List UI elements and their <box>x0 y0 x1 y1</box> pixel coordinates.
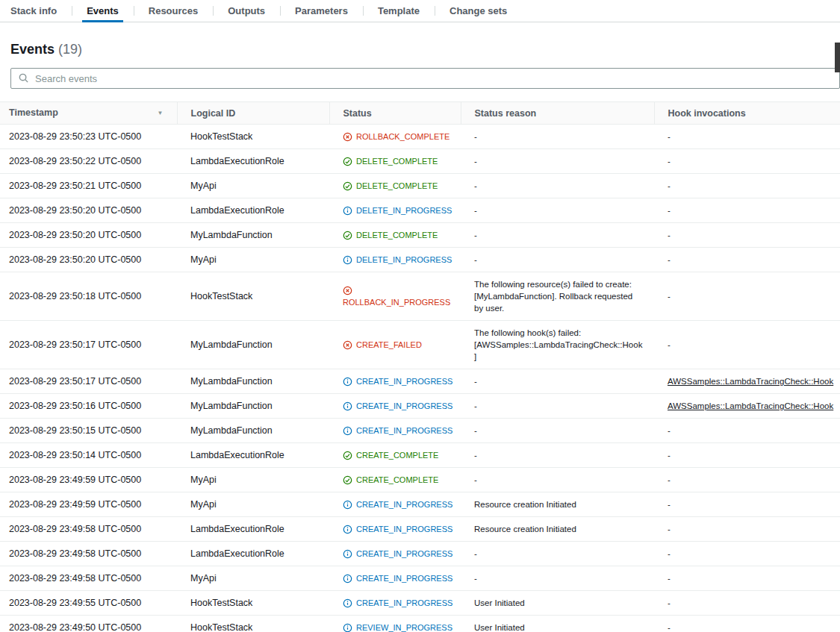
status-cell: CREATE_IN_PROGRESS <box>329 566 461 591</box>
logical-id-cell: MyLambdaFunction <box>177 321 329 369</box>
event-row: 2023-08-29 23:50:21 UTC-0500MyApiDELETE_… <box>0 174 840 198</box>
timestamp-cell: 2023-08-29 23:49:58 UTC-0500 <box>0 566 177 591</box>
status-reason-cell: Resource creation Initiated <box>461 517 654 542</box>
sort-descending-icon: ▼ <box>158 107 164 119</box>
status-reason-cell: Resource creation Initiated <box>461 492 654 517</box>
status-reason-cell: - <box>461 419 654 443</box>
status-label: DELETE_COMPLETE <box>356 157 438 166</box>
search-icon <box>18 72 29 84</box>
hook-invocation-link[interactable]: AWSSamples::LambdaTracingCheck::Hook <box>668 377 833 386</box>
hook-invocations-cell: - <box>654 321 840 369</box>
status-badge: DELETE_IN_PROGRESS <box>343 255 452 264</box>
tab-bar: Stack infoEventsResourcesOutputsParamete… <box>0 0 840 22</box>
status-label: CREATE_IN_PROGRESS <box>356 377 452 386</box>
column-header-timestamp[interactable]: Timestamp▼ <box>0 102 177 125</box>
events-table: Timestamp▼Logical IDStatusStatus reasonH… <box>0 101 840 632</box>
timestamp-cell: 2023-08-29 23:50:15 UTC-0500 <box>0 419 177 443</box>
events-count: (19) <box>58 42 82 57</box>
status-label: DELETE_IN_PROGRESS <box>356 206 452 215</box>
tab-stack-info[interactable]: Stack info <box>0 0 72 22</box>
vertical-scrollbar-thumb[interactable] <box>835 43 840 72</box>
info-circle-icon <box>343 500 352 510</box>
event-row: 2023-08-29 23:50:17 UTC-0500MyLambdaFunc… <box>0 321 840 369</box>
status-badge: CREATE_IN_PROGRESS <box>343 598 452 607</box>
hook-invocations-cell: - <box>654 419 840 443</box>
status-label: DELETE_COMPLETE <box>356 231 438 240</box>
status-reason-cell: - <box>461 223 654 248</box>
info-circle-icon <box>343 525 352 534</box>
logical-id-cell: MyLambdaFunction <box>177 419 329 443</box>
status-badge: CREATE_COMPLETE <box>343 475 438 484</box>
tab-outputs[interactable]: Outputs <box>213 0 280 22</box>
logical-id-cell: HookTestStack <box>177 272 329 321</box>
event-row: 2023-08-29 23:50:15 UTC-0500MyLambdaFunc… <box>0 419 840 443</box>
status-label: REVIEW_IN_PROGRESS <box>356 623 452 632</box>
hook-invocations-cell: AWSSamples::LambdaTracingCheck::Hook <box>654 394 840 419</box>
status-cell: REVIEW_IN_PROGRESS <box>329 616 461 632</box>
column-header-logical-id: Logical ID <box>177 102 329 125</box>
tab-template[interactable]: Template <box>363 0 435 22</box>
status-badge: ROLLBACK_COMPLETE <box>343 132 449 141</box>
tab-change-sets[interactable]: Change sets <box>435 0 522 22</box>
timestamp-cell: 2023-08-29 23:50:21 UTC-0500 <box>0 174 177 198</box>
info-circle-icon <box>343 598 352 608</box>
status-label: CREATE_IN_PROGRESS <box>356 549 452 558</box>
status-badge: CREATE_IN_PROGRESS <box>343 525 452 534</box>
logical-id-cell: LambdaExecutionRole <box>177 443 329 468</box>
hook-invocations-cell: - <box>654 616 840 632</box>
search-input[interactable] <box>10 68 840 89</box>
status-badge: CREATE_IN_PROGRESS <box>343 426 452 435</box>
status-reason-cell: User Initiated <box>461 616 654 632</box>
status-cell: DELETE_IN_PROGRESS <box>329 198 461 223</box>
status-label: CREATE_COMPLETE <box>356 451 438 460</box>
status-reason-cell: - <box>461 443 654 468</box>
logical-id-cell: LambdaExecutionRole <box>177 517 329 542</box>
timestamp-cell: 2023-08-29 23:49:50 UTC-0500 <box>0 616 177 632</box>
search-bar <box>10 68 840 89</box>
hook-invocations-cell: - <box>654 591 840 616</box>
status-cell: CREATE_IN_PROGRESS <box>329 369 461 394</box>
info-circle-icon <box>343 426 352 436</box>
logical-id-cell: MyApi <box>177 492 329 517</box>
event-row: 2023-08-29 23:49:59 UTC-0500MyApiCREATE_… <box>0 492 840 517</box>
tab-resources[interactable]: Resources <box>134 0 213 22</box>
logical-id-cell: MyApi <box>177 468 329 492</box>
logical-id-cell: LambdaExecutionRole <box>177 542 329 566</box>
success-check-circle-icon <box>343 181 352 191</box>
info-circle-icon <box>343 401 352 411</box>
status-cell: DELETE_COMPLETE <box>329 149 461 174</box>
status-label: CREATE_IN_PROGRESS <box>356 574 452 583</box>
status-cell: ROLLBACK_COMPLETE <box>329 125 461 149</box>
column-header-hook-invocations: Hook invocations <box>654 102 840 125</box>
hook-invocations-cell: - <box>654 198 840 223</box>
status-badge: DELETE_COMPLETE <box>343 157 438 166</box>
status-cell: CREATE_IN_PROGRESS <box>329 542 461 566</box>
hook-invocation-link[interactable]: AWSSamples::LambdaTracingCheck::Hook <box>668 401 833 410</box>
status-cell: DELETE_IN_PROGRESS <box>329 248 461 272</box>
event-row: 2023-08-29 23:50:18 UTC-0500HookTestStac… <box>0 272 840 321</box>
timestamp-cell: 2023-08-29 23:49:59 UTC-0500 <box>0 468 177 492</box>
status-badge: ROLLBACK_IN_PROGRESS <box>343 286 450 307</box>
event-row: 2023-08-29 23:50:20 UTC-0500MyLambdaFunc… <box>0 223 840 248</box>
hook-invocations-cell: - <box>654 566 840 591</box>
timestamp-cell: 2023-08-29 23:50:22 UTC-0500 <box>0 149 177 174</box>
status-cell: CREATE_COMPLETE <box>329 468 461 492</box>
event-row: 2023-08-29 23:49:58 UTC-0500LambdaExecut… <box>0 517 840 542</box>
tab-parameters[interactable]: Parameters <box>280 0 363 22</box>
status-reason-cell: - <box>461 248 654 272</box>
table-header-row: Timestamp▼Logical IDStatusStatus reasonH… <box>0 102 840 125</box>
logical-id-cell: LambdaExecutionRole <box>177 149 329 174</box>
status-label: DELETE_IN_PROGRESS <box>356 255 452 264</box>
success-check-circle-icon <box>343 451 352 460</box>
logical-id-cell: MyLambdaFunction <box>177 223 329 248</box>
hook-invocations-cell: - <box>654 174 840 198</box>
event-row: 2023-08-29 23:50:20 UTC-0500MyApiDELETE_… <box>0 248 840 272</box>
status-label: CREATE_IN_PROGRESS <box>356 500 452 509</box>
event-row: 2023-08-29 23:50:17 UTC-0500MyLambdaFunc… <box>0 369 840 394</box>
status-badge: REVIEW_IN_PROGRESS <box>343 623 452 632</box>
event-row: 2023-08-29 23:50:16 UTC-0500MyLambdaFunc… <box>0 394 840 419</box>
timestamp-cell: 2023-08-29 23:50:14 UTC-0500 <box>0 443 177 468</box>
tab-events[interactable]: Events <box>72 0 134 22</box>
event-row: 2023-08-29 23:50:22 UTC-0500LambdaExecut… <box>0 149 840 174</box>
status-cell: CREATE_COMPLETE <box>329 443 461 468</box>
